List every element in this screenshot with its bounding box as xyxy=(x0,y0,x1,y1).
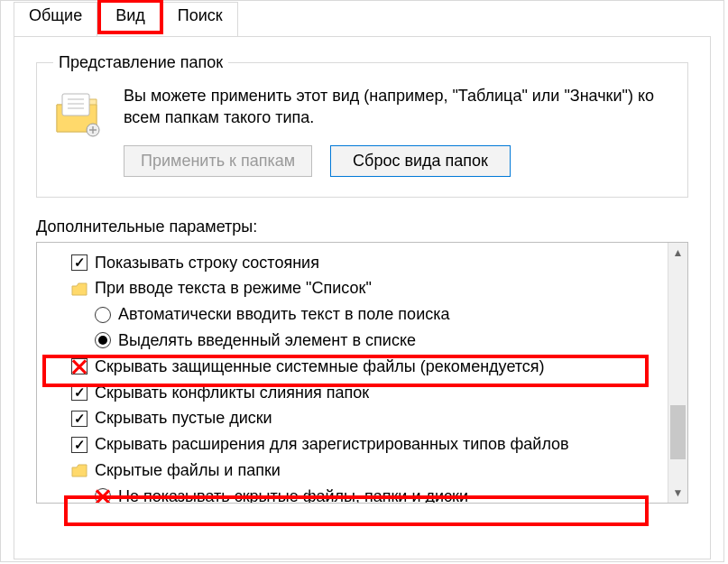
tab-search[interactable]: Поиск xyxy=(163,2,238,37)
radio-icon[interactable] xyxy=(95,307,111,323)
folder-views-description: Вы можете применить этот вид (например, … xyxy=(124,85,671,129)
option-select-typed[interactable]: Выделять введенный элемент в списке xyxy=(95,328,664,354)
option-show-statusbar[interactable]: Показывать строку состояния xyxy=(71,250,664,276)
folder-view-icon xyxy=(53,90,104,141)
advanced-settings-label: Дополнительные параметры: xyxy=(36,217,688,236)
checkbox-redx-icon[interactable] xyxy=(95,488,111,502)
checkbox-icon[interactable] xyxy=(71,411,88,427)
checkbox-redx-icon[interactable] xyxy=(71,358,88,374)
tree-scrollbar[interactable]: ▲ ▼ xyxy=(668,243,687,503)
option-hide-empty-drives[interactable]: Скрывать пустые диски xyxy=(71,405,664,431)
tab-strip: Общие Вид Поиск xyxy=(14,1,723,36)
checkbox-icon[interactable] xyxy=(71,437,88,453)
folder-options-window: Общие Вид Поиск Представление папок Вы м… xyxy=(0,0,724,562)
option-hide-protected[interactable]: Скрывать защищенные системные файлы (рек… xyxy=(71,354,664,380)
advanced-settings-content: Показывать строку состояния При вводе те… xyxy=(37,243,668,503)
scroll-thumb[interactable] xyxy=(670,405,686,459)
folder-icon xyxy=(71,463,88,477)
folder-views-legend: Представление папок xyxy=(53,53,228,72)
option-dont-show-hidden[interactable]: Не показывать скрытые файлы, папки и дис… xyxy=(95,484,664,503)
apply-to-folders-button: Применить к папкам xyxy=(124,145,312,177)
checkbox-icon[interactable] xyxy=(71,254,88,271)
option-hide-merge-conflicts[interactable]: Скрывать конфликты слияния папок xyxy=(71,380,664,406)
group-search-typing: При вводе текста в режиме "Список" xyxy=(71,275,664,301)
radio-icon[interactable] xyxy=(95,332,111,348)
svg-rect-0 xyxy=(62,94,89,116)
reset-folders-button[interactable]: Сброс вида папок xyxy=(330,145,511,177)
group-hidden-files: Скрытые файлы и папки xyxy=(71,458,664,484)
option-auto-search[interactable]: Автоматически вводить текст в поле поиск… xyxy=(95,301,664,328)
tab-panel-view: Представление папок Вы можете применить … xyxy=(14,36,711,559)
scroll-down-arrow-icon[interactable]: ▼ xyxy=(668,483,687,503)
tab-view-label: Вид xyxy=(115,6,145,24)
tab-general[interactable]: Общие xyxy=(14,2,97,37)
tab-view[interactable]: Вид xyxy=(97,0,163,34)
tab-search-label: Поиск xyxy=(178,6,223,24)
folder-views-group: Представление папок Вы можете применить … xyxy=(36,53,688,198)
advanced-settings-tree: Показывать строку состояния При вводе те… xyxy=(36,242,688,504)
checkbox-icon[interactable] xyxy=(71,384,88,401)
option-hide-extensions[interactable]: Скрывать расширения для зарегистрированн… xyxy=(71,431,664,458)
scroll-up-arrow-icon[interactable]: ▲ xyxy=(668,243,687,263)
tab-general-label: Общие xyxy=(29,6,82,24)
folder-icon xyxy=(71,282,88,296)
